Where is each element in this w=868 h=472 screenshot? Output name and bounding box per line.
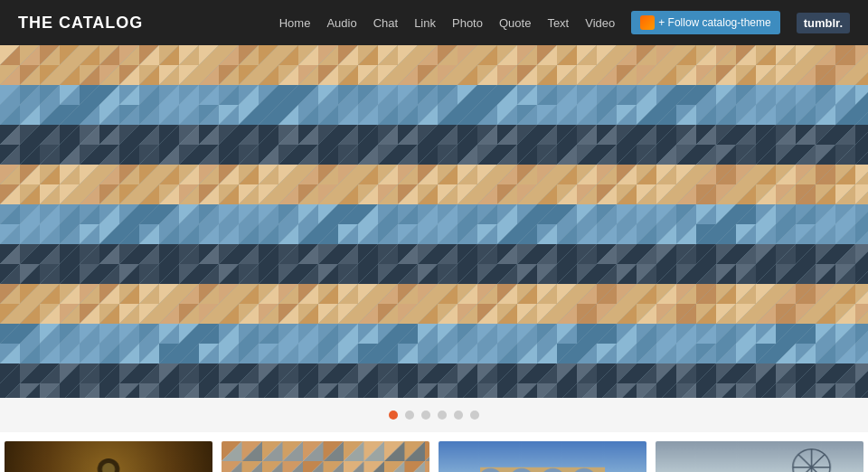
hero-canvas: [0, 45, 868, 398]
nav-home[interactable]: Home: [279, 16, 311, 30]
hero-section: [0, 45, 868, 398]
tumblr-logo: tumblr.: [797, 13, 850, 33]
thumbnail-row: [0, 432, 868, 472]
main-nav: Home Audio Chat Link Photo Quote Text Vi…: [279, 11, 850, 34]
nav-link[interactable]: Link: [414, 16, 436, 30]
dot-6[interactable]: [470, 411, 479, 420]
header: THE CATALOG Home Audio Chat Link Photo Q…: [0, 0, 868, 45]
nav-photo[interactable]: Photo: [452, 16, 483, 30]
follow-label: + Follow catalog-theme: [658, 16, 770, 29]
nav-chat[interactable]: Chat: [373, 16, 398, 30]
follow-icon: [640, 15, 655, 30]
thumbnail-2[interactable]: [222, 441, 429, 472]
thumbnail-4[interactable]: [656, 441, 863, 472]
carousel-dots: [0, 398, 868, 432]
thumbnail-1[interactable]: [5, 441, 212, 472]
nav-audio[interactable]: Audio: [326, 16, 356, 30]
dot-1[interactable]: [389, 411, 398, 420]
follow-button[interactable]: + Follow catalog-theme: [631, 11, 779, 34]
dot-4[interactable]: [438, 411, 447, 420]
dot-3[interactable]: [421, 411, 430, 420]
nav-text[interactable]: Text: [547, 16, 569, 30]
dot-5[interactable]: [454, 411, 463, 420]
dot-2[interactable]: [405, 411, 414, 420]
nav-quote[interactable]: Quote: [499, 16, 531, 30]
nav-video[interactable]: Video: [585, 16, 615, 30]
thumbnail-3[interactable]: [439, 441, 646, 472]
site-title: THE CATALOG: [18, 14, 143, 33]
